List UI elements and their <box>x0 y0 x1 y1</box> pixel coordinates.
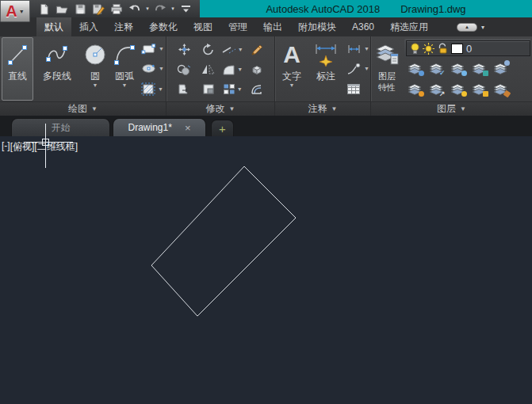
object-badge-icon <box>504 60 510 66</box>
draw-mini-column: ▼ ▼ ▼ <box>140 37 166 101</box>
layer-lock-button[interactable] <box>472 62 488 76</box>
layer-merge-button[interactable] <box>493 82 509 97</box>
rotate-button[interactable] <box>201 43 215 56</box>
layer-set-current-button[interactable]: ✓ <box>429 62 445 76</box>
ribbon-tab-featured-apps[interactable]: 精选应用 <box>382 17 436 36</box>
ribbon-tab-default[interactable]: 默认 <box>36 17 71 36</box>
ribbon-tab-addins[interactable]: 附加模块 <box>290 17 344 36</box>
explode-icon <box>250 63 263 76</box>
new-drawing-tab-button[interactable]: + <box>211 120 234 136</box>
polyline-button[interactable]: 多段线 <box>33 37 81 101</box>
open-file-icon[interactable] <box>53 1 71 17</box>
layer-properties-button[interactable]: 图层特性 <box>373 37 401 101</box>
ribbon-tab-insert[interactable]: 插入 <box>71 17 106 36</box>
erase-button[interactable] <box>251 44 263 56</box>
ribbon-tab-view[interactable]: 视图 <box>186 17 220 36</box>
qat-customize-icon[interactable] <box>177 1 194 17</box>
layer-thaw-button[interactable] <box>450 82 466 97</box>
save-as-icon[interactable] <box>90 1 107 17</box>
offset-icon <box>250 83 263 95</box>
layer-isolate-button[interactable] <box>408 62 423 76</box>
viewport-visual-style-control[interactable]: [二维线框] <box>34 140 78 154</box>
ribbon-tab-annotate[interactable]: 注释 <box>106 17 141 36</box>
polyline-icon <box>44 40 71 70</box>
ribbon-collapse-button[interactable]: ▲ <box>457 23 477 32</box>
application-menu-button[interactable]: A ▼ <box>0 0 30 22</box>
move-button[interactable] <box>178 43 191 56</box>
draw-panel-expand-icon: ▼ <box>91 105 98 112</box>
layer-freeze-button[interactable] <box>450 62 466 76</box>
linear-dimension-button[interactable]: ▼ <box>345 40 371 59</box>
layers-panel-title[interactable]: 图层▼ <box>371 101 532 116</box>
redo-icon[interactable] <box>151 1 169 17</box>
modify-panel-title[interactable]: 修改▼ <box>166 101 274 116</box>
stretch-button[interactable] <box>178 83 191 95</box>
ribbon-collapse-dropdown-icon[interactable]: ▾ <box>481 24 484 31</box>
text-button[interactable]: A 文字 ▼ <box>277 37 307 101</box>
leader-dropdown-icon[interactable]: ▼ <box>364 66 369 71</box>
autocad-window: ▾ ▾ Autodesk AutoCAD 2018 Drawing1.dwg A… <box>0 0 532 404</box>
leader-icon <box>346 63 362 74</box>
arc-button[interactable]: 圆弧 ▼ <box>109 37 140 101</box>
close-tab-icon[interactable]: × <box>185 122 191 134</box>
unlock-badge-icon <box>483 91 488 97</box>
hatch-dropdown-icon[interactable]: ▼ <box>158 86 163 92</box>
ribbon-tab-manage[interactable]: 管理 <box>220 17 255 36</box>
circle-button[interactable]: 圆 ▼ <box>81 37 109 101</box>
circle-dropdown-icon[interactable]: ▼ <box>93 82 98 88</box>
layer-off-button[interactable] <box>408 82 423 97</box>
hatch-button[interactable]: ▼ <box>140 79 166 98</box>
file-tab-drawing1[interactable]: Drawing1* × <box>113 118 206 136</box>
table-icon <box>346 83 361 95</box>
ribbon-tab-parametric[interactable]: 参数化 <box>141 17 186 36</box>
ellipse-icon <box>141 63 156 74</box>
erase-icon <box>251 44 263 56</box>
copy-button[interactable] <box>177 64 191 75</box>
viewport-view-control[interactable]: [俯视] <box>10 140 35 154</box>
undo-dropdown-icon[interactable]: ▾ <box>144 6 151 12</box>
fillet-button[interactable]: ▼ <box>222 64 243 75</box>
arc-dropdown-icon[interactable]: ▼ <box>122 82 128 88</box>
array-button[interactable]: ▼ <box>223 83 243 95</box>
table-button[interactable] <box>345 79 371 98</box>
fillet-dropdown-icon[interactable]: ▼ <box>237 67 243 72</box>
layer-properties-icon <box>375 40 399 70</box>
layer-select[interactable]: 0 <box>406 40 530 56</box>
layer-match-button[interactable]: ↗ <box>429 82 445 97</box>
layer-make-object-button[interactable] <box>493 62 509 76</box>
rectangle-dropdown-icon[interactable]: ▼ <box>159 46 164 51</box>
save-icon[interactable] <box>71 1 89 17</box>
scale-button[interactable] <box>202 83 215 95</box>
trim-dropdown-icon[interactable]: ▼ <box>238 47 243 52</box>
mirror-button[interactable] <box>201 63 215 75</box>
drawing-canvas[interactable]: [-] [俯视] [二维线框] <box>0 136 532 404</box>
explode-button[interactable] <box>250 63 263 76</box>
leader-button[interactable]: ▼ <box>345 59 371 78</box>
document-name: Drawing1.dwg <box>400 3 465 15</box>
offset-button[interactable] <box>250 83 263 95</box>
isolate-badge-icon <box>419 71 424 76</box>
hatch-icon <box>141 82 155 96</box>
ellipse-dropdown-icon[interactable]: ▼ <box>159 66 164 71</box>
trim-button[interactable]: ▼ <box>222 45 243 55</box>
new-file-icon[interactable] <box>35 1 52 17</box>
line-button[interactable]: 直线 <box>2 37 33 101</box>
draw-panel-title[interactable]: 绘图▼ <box>0 101 166 116</box>
viewport-minimize-control[interactable]: [-] <box>2 140 10 154</box>
array-dropdown-icon[interactable]: ▼ <box>237 86 243 92</box>
rectangle-button[interactable]: ▼ <box>140 40 166 59</box>
annotation-panel-title[interactable]: 注释▼ <box>275 101 370 116</box>
dimension-button[interactable]: 标注 <box>307 37 345 101</box>
ribbon-tab-output[interactable]: 输出 <box>255 17 290 36</box>
ribbon-tab-a360[interactable]: A360 <box>344 17 382 36</box>
annotate-mini-column: ▼ ▼ <box>345 37 371 101</box>
layer-unlock-button[interactable] <box>472 82 488 97</box>
file-tab-start[interactable]: 开始 <box>11 118 110 136</box>
text-dropdown-icon[interactable]: ▼ <box>289 82 295 88</box>
plot-icon[interactable] <box>108 1 125 17</box>
titlebar: ▾ ▾ Autodesk AutoCAD 2018 Drawing1.dwg <box>0 0 532 17</box>
redo-dropdown-icon[interactable]: ▾ <box>170 6 176 12</box>
linear-dimension-dropdown-icon[interactable]: ▼ <box>364 46 369 51</box>
ellipse-button[interactable]: ▼ <box>140 59 166 78</box>
undo-icon[interactable] <box>126 1 144 17</box>
